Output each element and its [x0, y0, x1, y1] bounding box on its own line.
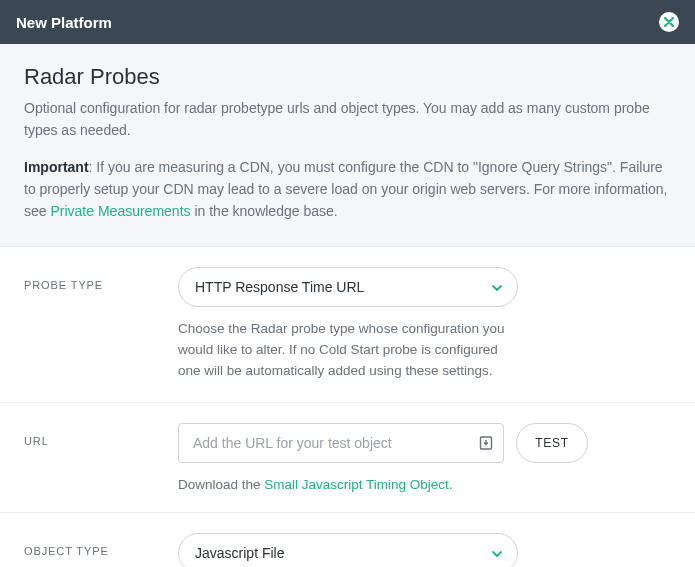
object-type-control: Javascript File [178, 533, 588, 567]
probe-type-row: PROBE TYPE HTTP Response Time URL Choose… [0, 247, 695, 403]
object-type-select[interactable]: Javascript File [178, 533, 518, 567]
url-input-group: TEST [178, 423, 588, 463]
important-paragraph: Important: If you are measuring a CDN, y… [24, 157, 671, 222]
intro-section: Radar Probes Optional configuration for … [0, 44, 695, 247]
download-icon [478, 435, 494, 451]
download-line: Download the Small Javascript Timing Obj… [178, 477, 588, 492]
modal-header: New Platform [0, 0, 695, 44]
object-type-row: OBJECT TYPE Javascript File [0, 513, 695, 567]
private-measurements-link[interactable]: Private Measurements [50, 203, 190, 219]
url-input[interactable] [178, 423, 504, 463]
chevron-down-icon [491, 281, 503, 293]
modal-title: New Platform [16, 14, 112, 31]
section-heading: Radar Probes [24, 64, 671, 90]
url-control: TEST Download the Small Javascript Timin… [178, 423, 588, 492]
url-input-wrap [178, 423, 504, 463]
important-label: Important [24, 159, 89, 175]
probe-type-value: HTTP Response Time URL [195, 279, 364, 295]
download-link[interactable]: Small Javascript Timing Object [264, 477, 449, 492]
object-type-value: Javascript File [195, 545, 284, 561]
probe-type-select[interactable]: HTTP Response Time URL [178, 267, 518, 307]
object-type-label: OBJECT TYPE [24, 533, 154, 557]
url-label: URL [24, 423, 154, 447]
important-text-b: in the knowledge base. [191, 203, 338, 219]
close-button[interactable] [659, 12, 679, 32]
download-post: . [449, 477, 453, 492]
close-icon [664, 13, 674, 31]
url-row: URL TEST Download the Small Javascript T… [0, 403, 695, 513]
download-pre: Download the [178, 477, 264, 492]
chevron-down-icon [491, 547, 503, 559]
probe-type-control: HTTP Response Time URL Choose the Radar … [178, 267, 588, 382]
probe-type-label: PROBE TYPE [24, 267, 154, 291]
section-description: Optional configuration for radar probety… [24, 98, 671, 141]
test-button[interactable]: TEST [516, 423, 588, 463]
probe-type-helper: Choose the Radar probe type whose config… [178, 319, 518, 382]
